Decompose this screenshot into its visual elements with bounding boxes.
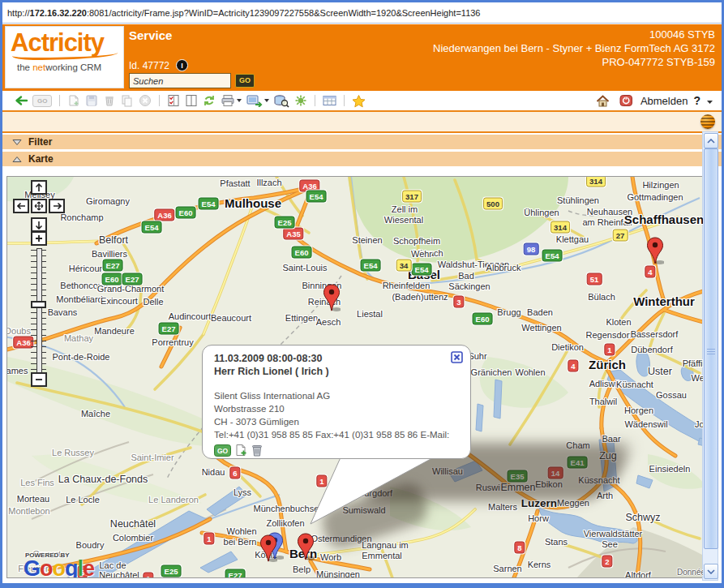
pan-left-button[interactable] <box>13 199 29 213</box>
status-strip <box>2 112 722 133</box>
toolbar-separator <box>344 95 345 106</box>
url-prefix: http:// <box>7 8 30 18</box>
bubble-address-line: Silent Gliss International AG <box>214 389 461 402</box>
home-icon[interactable] <box>595 94 610 107</box>
calendar-icon[interactable] <box>322 94 337 107</box>
logout-icon[interactable] <box>619 94 633 107</box>
scrollbar-thumb[interactable] <box>704 148 718 549</box>
browser-window: http://172.16.32.220:8081/actricity/Fram… <box>0 0 724 588</box>
bubble-address-line: Worbstrasse 210 <box>214 402 461 415</box>
database-search-icon[interactable] <box>273 94 290 108</box>
zoom-in-button[interactable] <box>31 231 47 246</box>
karte-section-label[interactable]: Karte <box>28 153 54 165</box>
section-filter[interactable]: Filter <box>2 135 722 149</box>
scroll-down-button[interactable] <box>704 564 718 579</box>
filter-section-label[interactable]: Filter <box>28 136 52 148</box>
context-reference: 100046 STYB Niederwangen bei Bern - Styn… <box>433 28 715 69</box>
print-dropdown-icon <box>236 98 242 103</box>
pan-up-button[interactable] <box>31 180 47 195</box>
zoom-slider-rail[interactable] <box>36 248 42 373</box>
toolbar: GO Abmelden ? <box>2 91 722 112</box>
bubble-address: Silent Gliss International AGWorbstrasse… <box>214 389 461 441</box>
toolbar-separator <box>59 95 60 106</box>
ref-company: Niederwangen bei Bern - Styner + Bienz F… <box>433 41 715 55</box>
pan-right-button[interactable] <box>49 199 65 213</box>
module-title: Service <box>129 28 172 42</box>
actricity-sphere-icon <box>700 114 715 129</box>
url-rest: :8081/actricity/Frame.jsp?WinID=Actricit… <box>87 8 481 18</box>
favorite-star-icon[interactable] <box>351 94 366 108</box>
columns-icon[interactable] <box>184 94 199 107</box>
export-icon[interactable] <box>246 94 270 107</box>
scrollbar-grip-icon <box>707 349 715 354</box>
help-dropdown-icon[interactable] <box>706 93 713 108</box>
toolbar-separator <box>315 95 315 106</box>
bubble-spacer <box>214 378 461 389</box>
bubble-delete-icon[interactable] <box>251 444 263 460</box>
zoom-out-button[interactable] <box>31 372 47 387</box>
bubble-title: 11.03.2009 08:00-08:30 <box>214 352 461 365</box>
bubble-close-icon[interactable] <box>451 351 463 367</box>
info-icon[interactable]: I <box>176 59 188 71</box>
svg-text:GO: GO <box>217 447 229 455</box>
page: http://172.16.32.220:8081/actricity/Fram… <box>2 2 722 583</box>
info-bubble: 11.03.2009 08:00-08:30 Herr Rich Lionel … <box>202 345 471 459</box>
print-icon[interactable] <box>220 94 242 107</box>
logo-tag-pre: the <box>17 62 32 72</box>
toolbar-separator <box>159 95 160 106</box>
search-input[interactable] <box>129 73 231 88</box>
collapse-up-icon[interactable] <box>12 152 22 166</box>
export-dropdown-icon <box>263 98 270 103</box>
bubble-go-button[interactable]: GO <box>214 444 231 460</box>
record-id: Id. 47772 <box>129 60 169 71</box>
bubble-person: Herr Rich Lionel ( Irich ) <box>214 365 461 378</box>
back-icon[interactable] <box>12 94 28 107</box>
ref-project: PRO-047772 STYB-159 <box>433 55 715 69</box>
app-header: Actricity the networking CRM Service Id.… <box>2 24 722 91</box>
logo-tagline: the networking CRM <box>17 62 123 72</box>
bug-icon[interactable] <box>293 94 308 107</box>
ref-customer: 100046 STYB <box>433 28 715 41</box>
url-bar[interactable]: http://172.16.32.220:8081/actricity/Fram… <box>2 2 722 24</box>
save-icon <box>84 94 99 107</box>
section-karte[interactable]: Karte <box>2 152 722 166</box>
vertical-scrollbar[interactable] <box>702 131 718 581</box>
bubble-address-line: CH - 3073 Gümligen <box>214 415 461 428</box>
map-canvas[interactable]: MéliseyGiromagnyRonchampPfastattIllzachM… <box>6 176 704 578</box>
refresh-icon[interactable] <box>202 94 216 107</box>
new-record-icon <box>66 94 81 107</box>
zoom-slider-handle[interactable] <box>31 301 46 308</box>
pan-down-button[interactable] <box>31 217 47 232</box>
bubble-address-line: Tel:+41 (0)31 958 85 85 Fax:+41 (0)31 95… <box>214 428 461 441</box>
help-button[interactable]: ? <box>693 94 700 107</box>
cancel-icon <box>138 94 152 107</box>
actricity-logo: Actricity the networking CRM <box>5 26 124 88</box>
checklist-icon[interactable] <box>166 94 181 107</box>
scroll-up-button[interactable] <box>704 133 718 148</box>
delete-icon <box>102 94 117 107</box>
copy-icon <box>120 94 135 107</box>
search-go-button[interactable]: GO <box>235 74 255 88</box>
logo-tag-net: net <box>32 62 45 72</box>
logout-label[interactable]: Abmelden <box>640 95 688 107</box>
go-button-disabled: GO <box>32 95 52 107</box>
pan-center-button[interactable] <box>31 199 47 213</box>
bubble-new-record-icon[interactable] <box>235 444 247 460</box>
collapse-down-icon[interactable] <box>12 135 22 149</box>
logo-tag-post: working CRM <box>45 62 101 72</box>
url-host: 172.16.32.220 <box>30 8 87 18</box>
